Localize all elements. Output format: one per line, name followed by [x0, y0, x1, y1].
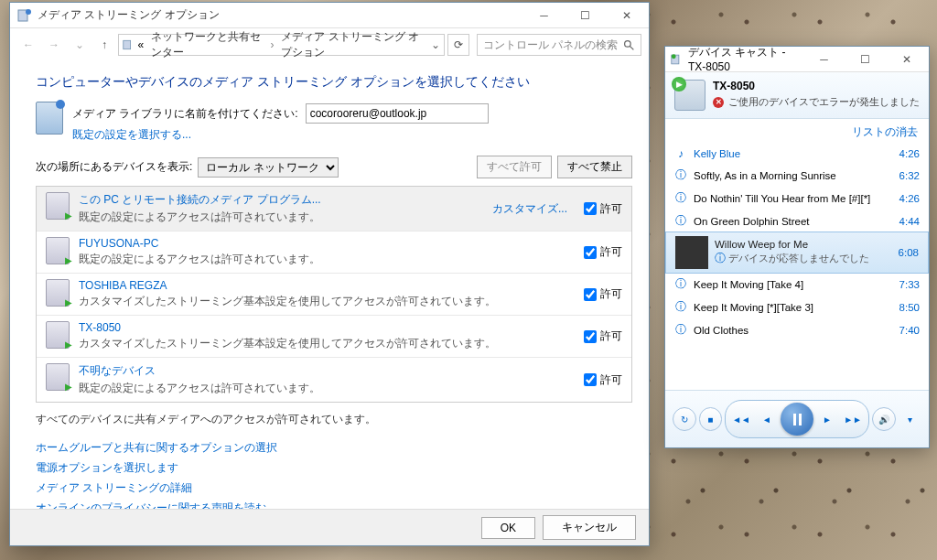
device-row: TX-8050カスタマイズしたストリーミング基本設定を使用してアクセスが許可され…	[37, 316, 631, 358]
cast-window-title: デバイス キャスト - TX-8050	[688, 45, 803, 73]
allow-all-button[interactable]: すべて許可	[477, 156, 552, 178]
track-row[interactable]: ⓘ Do Nothin' Till You Hear from Me [#][*…	[665, 187, 929, 210]
permit-checkbox[interactable]: 許可	[584, 372, 622, 388]
svg-point-1	[26, 9, 31, 15]
minimize-button[interactable]: ─	[523, 3, 565, 28]
back-button[interactable]: ←	[17, 34, 39, 56]
permit-checkbox[interactable]: 許可	[584, 328, 622, 344]
footer-link[interactable]: オンラインのプライバシーに関する声明を読む	[36, 501, 632, 509]
cast-close-button[interactable]: ✕	[886, 47, 927, 72]
footer-link[interactable]: ホームグループと共有に関するオプションの選択	[36, 440, 632, 456]
track-row[interactable]: ⓘ Keep It Moving [Take 4] 7:33	[665, 273, 929, 296]
button-row: OK キャンセル	[10, 509, 649, 545]
search-input[interactable]: コントロール パネルの検索	[477, 34, 641, 56]
fast-forward-button[interactable]: ►	[815, 407, 839, 431]
location-label: 次の場所にあるデバイスを表示:	[36, 159, 192, 175]
track-name: Old Clothes	[694, 325, 893, 336]
device-desc: カスタマイズしたストリーミング基本設定を使用してアクセスが許可されています。	[79, 294, 567, 309]
cast-device-icon	[674, 80, 705, 111]
ok-button[interactable]: OK	[481, 517, 535, 539]
repeat-button[interactable]: ↻	[673, 407, 696, 431]
close-button[interactable]: ✕	[606, 3, 647, 28]
address-bar[interactable]: « ネットワークと共有センター › メディア ストリーミング オプション ⌄	[118, 34, 445, 56]
volume-button[interactable]: 🔊	[872, 407, 896, 431]
cast-device-name: TX-8050	[713, 80, 920, 92]
cast-minimize-button[interactable]: ─	[803, 47, 845, 72]
track-name: Kelly Blue	[694, 148, 893, 159]
track-row[interactable]: ♪ Kelly Blue 4:26	[665, 144, 929, 164]
cancel-button[interactable]: キャンセル	[543, 515, 636, 540]
device-name[interactable]: 不明なデバイス	[79, 363, 567, 379]
default-settings-link[interactable]: 既定の設定を選択する...	[72, 128, 191, 141]
cast-header: TX-8050 ご使用のデバイスでエラーが発生しました	[665, 72, 929, 119]
track-duration: 6:08	[899, 247, 919, 258]
history-dropdown[interactable]: ⌄	[69, 34, 91, 56]
device-name[interactable]: TOSHIBA REGZA	[79, 279, 567, 292]
permit-checkbox[interactable]: 許可	[584, 244, 622, 260]
track-name: Keep It Moving [Take 4]	[694, 279, 893, 290]
rewind-button[interactable]: ◄	[755, 407, 779, 431]
device-row: この PC とリモート接続のメディア プログラム...既定の設定によるアクセスは…	[37, 187, 631, 232]
status-text: すべてのデバイスに共有メディアへのアクセスが許可されています。	[36, 412, 632, 427]
info-icon: ⓘ	[674, 276, 687, 292]
location-icon	[123, 38, 135, 52]
volume-dropdown[interactable]: ▾	[899, 407, 921, 431]
cast-maximize-button[interactable]: ☐	[845, 47, 886, 72]
chevron-right-icon: ›	[270, 38, 274, 51]
track-row[interactable]: ⓘ Old Clothes 7:40	[665, 318, 929, 341]
track-row[interactable]: ⓘ Softly, As in a Morning Sunrise 6:32	[665, 164, 929, 187]
next-button[interactable]: ►►	[841, 407, 865, 431]
track-duration: 6:32	[899, 170, 920, 181]
breadcrumb-sep-icon: «	[138, 38, 145, 51]
device-name[interactable]: TX-8050	[79, 321, 567, 334]
breadcrumb-1[interactable]: ネットワークと共有センター	[147, 27, 266, 62]
track-name: Do Nothin' Till You Hear from Me [#][*]	[694, 193, 893, 204]
device-name[interactable]: この PC とリモート接続のメディア プログラム...	[79, 192, 483, 208]
device-row: TOSHIBA REGZAカスタマイズしたストリーミング基本設定を使用してアクセ…	[37, 274, 631, 316]
info-icon: ⓘ	[674, 299, 687, 315]
track-duration: 8:50	[899, 302, 920, 313]
content-body: コンピューターやデバイスのメディア ストリーミング オプションを選択してください…	[10, 61, 649, 509]
titlebar: メディア ストリーミング オプション ─ ☐ ✕	[10, 3, 649, 28]
stop-button[interactable]: ■	[699, 407, 723, 431]
device-name[interactable]: FUYUSONA-PC	[79, 237, 567, 250]
up-button[interactable]: ↑	[94, 35, 114, 55]
address-dropdown-icon[interactable]: ⌄	[431, 38, 440, 51]
footer-link[interactable]: 電源オプションを選択します	[36, 460, 632, 476]
info-icon: ⓘ	[674, 167, 687, 183]
svg-rect-2	[124, 40, 131, 48]
device-desc: 既定の設定によるアクセスは許可されています。	[79, 381, 567, 396]
cast-titlebar: デバイス キャスト - TX-8050 ─ ☐ ✕	[665, 47, 929, 72]
search-icon	[623, 39, 635, 51]
library-name-input[interactable]	[306, 103, 489, 124]
clear-list-link[interactable]: リストの消去	[852, 125, 918, 138]
device-desc: 既定の設定によるアクセスは許可されています。	[79, 252, 567, 267]
customize-link[interactable]: カスタマイズ...	[492, 201, 567, 217]
track-duration: 4:44	[899, 216, 920, 227]
location-select[interactable]: ローカル ネットワーク	[198, 157, 339, 178]
forward-button[interactable]: →	[43, 34, 65, 56]
media-streaming-window: メディア ストリーミング オプション ─ ☐ ✕ ← → ⌄ ↑ « ネットワー…	[9, 2, 650, 546]
track-duration: 7:33	[899, 279, 920, 290]
playlist: ♪ Kelly Blue 4:26 ⓘ Softly, As in a Morn…	[665, 144, 929, 341]
previous-button[interactable]: ◄◄	[729, 407, 753, 431]
deny-all-button[interactable]: すべて禁止	[557, 156, 632, 178]
permit-checkbox[interactable]: 許可	[584, 286, 622, 302]
cast-error-message: ご使用のデバイスでエラーが発生しました	[713, 95, 920, 109]
permit-checkbox[interactable]: 許可	[584, 201, 622, 217]
track-name: On Green Dolphin Street	[694, 216, 893, 227]
refresh-button[interactable]: ⟳	[447, 34, 469, 56]
play-pause-button[interactable]	[781, 403, 813, 436]
footer-links: ホームグループと共有に関するオプションの選択電源オプションを選択しますメディア …	[36, 440, 632, 509]
breadcrumb-2[interactable]: メディア ストリーミング オプション	[277, 27, 427, 62]
track-row-selected[interactable]: Willow Weep for Meⓘ デバイスが応答しませんでした 6:08	[665, 232, 929, 274]
playback-controls: ↻ ■ ◄◄ ◄ ► ►► 🔊 ▾	[665, 390, 929, 447]
device-icon	[46, 321, 70, 349]
track-name: Keep It Moving [*][Take 3]	[694, 302, 893, 313]
footer-link[interactable]: メディア ストリーミングの詳細	[36, 480, 632, 496]
track-row[interactable]: ⓘ Keep It Moving [*][Take 3] 8:50	[665, 296, 929, 318]
track-row[interactable]: ⓘ On Green Dolphin Street 4:44	[665, 210, 929, 232]
maximize-button[interactable]: ☐	[565, 3, 606, 28]
window-title: メディア ストリーミング オプション	[38, 7, 220, 23]
device-list: この PC とリモート接続のメディア プログラム...既定の設定によるアクセスは…	[36, 186, 632, 403]
